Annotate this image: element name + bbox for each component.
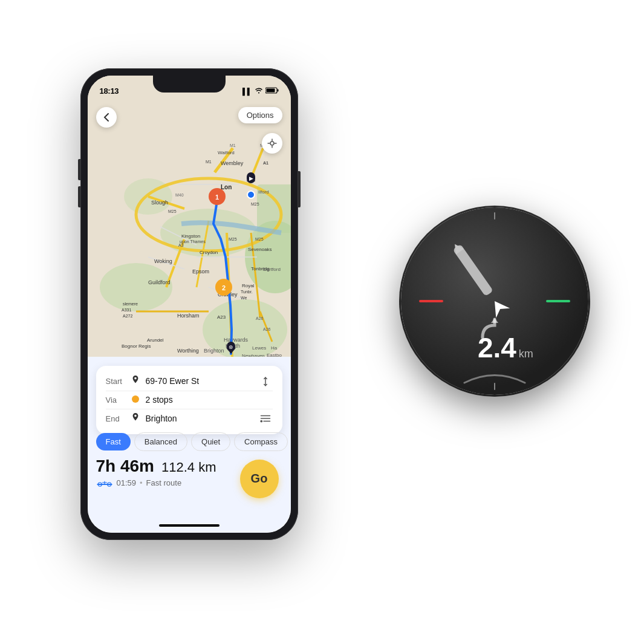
svg-text:M1: M1 xyxy=(230,143,236,148)
svg-text:A23: A23 xyxy=(217,314,226,320)
start-value: 69-70 Ewer St xyxy=(146,376,200,386)
svg-rect-1 xyxy=(277,89,278,92)
svg-text:Dartford: Dartford xyxy=(263,267,281,272)
svg-rect-2 xyxy=(266,89,275,93)
svg-text:Tunbr.: Tunbr. xyxy=(241,290,253,294)
svg-text:⊗: ⊗ xyxy=(229,344,233,350)
svg-text:A3: A3 xyxy=(178,243,184,247)
status-time: 18:13 xyxy=(100,86,119,96)
svg-point-77 xyxy=(247,191,255,198)
notch xyxy=(153,76,226,93)
divider-1 xyxy=(106,391,273,391)
map-area: M40 M1 M11 A1 M1 M25 M25 M25 M25 A3 Wemb… xyxy=(88,76,291,372)
svg-text:A331: A331 xyxy=(122,308,131,312)
route-time: 7h 46m xyxy=(96,457,155,476)
tab-fast[interactable]: Fast xyxy=(96,433,131,450)
via-value: 2 stops xyxy=(146,395,173,405)
svg-text:Ha: Ha xyxy=(271,345,278,351)
route-end-row: End Brighton xyxy=(106,411,273,427)
svg-text:A26: A26 xyxy=(263,327,271,331)
via-label: Via xyxy=(106,395,129,405)
svg-text:▶: ▶ xyxy=(249,175,253,181)
svg-text:Epsom: Epsom xyxy=(192,268,209,275)
svg-text:Lon: Lon xyxy=(221,184,232,190)
map-back-button[interactable] xyxy=(96,107,117,128)
svg-point-81 xyxy=(270,141,274,145)
route-distance: 112.4 km xyxy=(161,460,216,475)
distance-display: 2.4 km xyxy=(478,334,533,362)
go-button[interactable]: Go xyxy=(240,460,279,498)
tab-compass[interactable]: Compass xyxy=(234,432,288,451)
route-sub-time: 01:59 xyxy=(117,478,137,487)
svg-text:A1: A1 xyxy=(263,161,268,165)
svg-text:M25: M25 xyxy=(251,202,259,206)
route-start-row: Start 69-70 Ewer St xyxy=(106,373,273,389)
svg-text:Kingston: Kingston xyxy=(181,233,200,239)
signal-icon: ▌▌ xyxy=(242,88,252,95)
svg-text:Worthing: Worthing xyxy=(177,348,199,354)
phone-screen: 18:13 ▌▌ xyxy=(88,76,291,533)
svg-point-86 xyxy=(132,395,139,403)
svg-point-96 xyxy=(108,484,109,485)
svg-text:Horsham: Horsham xyxy=(177,313,200,319)
route-via-row: Via 2 stops xyxy=(106,392,273,408)
svg-marker-102 xyxy=(491,318,498,323)
svg-text:Wembley: Wembley xyxy=(221,160,244,166)
route-tabs: Fast Balanced Quiet Compass xyxy=(96,432,282,451)
tab-balanced[interactable]: Balanced xyxy=(134,432,187,451)
svg-text:We: We xyxy=(241,296,247,300)
svg-text:Watford: Watford xyxy=(218,150,235,155)
compass-widget: 2.4 km xyxy=(401,207,588,395)
divider-2 xyxy=(106,409,273,409)
distance-unit: km xyxy=(519,348,533,360)
svg-text:A26: A26 xyxy=(256,316,264,320)
map-options-button[interactable]: Options xyxy=(238,107,282,123)
battery-icon xyxy=(265,87,279,95)
end-label: End xyxy=(106,414,129,423)
svg-text:upon Thames: upon Thames xyxy=(180,239,206,244)
tab-quiet[interactable]: Quiet xyxy=(191,432,230,451)
svg-text:2: 2 xyxy=(221,284,225,291)
bullet: • xyxy=(140,478,143,487)
svg-text:slemere: slemere xyxy=(123,302,138,306)
svg-text:M25: M25 xyxy=(229,237,237,241)
svg-point-94 xyxy=(99,484,100,485)
svg-text:M1: M1 xyxy=(206,160,212,164)
svg-text:Lewes: Lewes xyxy=(252,345,266,351)
svg-text:Royal: Royal xyxy=(242,283,255,288)
end-value: Brighton xyxy=(146,414,177,423)
home-indicator[interactable] xyxy=(159,524,220,527)
svg-text:Slough: Slough xyxy=(151,200,168,206)
route-sort-button[interactable] xyxy=(256,372,275,391)
svg-marker-101 xyxy=(487,296,510,317)
end-icon xyxy=(129,413,142,424)
phone-shell: 18:13 ▌▌ xyxy=(80,68,298,540)
volume-down-button[interactable] xyxy=(78,186,80,207)
svg-text:Brighton: Brighton xyxy=(204,348,224,354)
svg-text:Ilford: Ilford xyxy=(258,189,269,195)
power-button[interactable] xyxy=(298,171,301,207)
compass-inner: 2.4 km xyxy=(401,207,588,395)
map-location-button[interactable] xyxy=(262,133,282,154)
route-menu-button[interactable] xyxy=(256,409,275,428)
status-icons: ▌▌ xyxy=(242,87,279,95)
svg-text:Bognor Regis: Bognor Regis xyxy=(122,343,151,349)
svg-text:Guildford: Guildford xyxy=(148,279,171,285)
svg-text:Woking: Woking xyxy=(154,258,172,264)
svg-text:Arundel: Arundel xyxy=(147,337,164,343)
route-type-label: Fast route xyxy=(146,478,182,487)
wifi-icon xyxy=(255,87,263,95)
svg-text:1: 1 xyxy=(215,194,218,201)
svg-text:Haywards: Haywards xyxy=(224,337,249,343)
svg-text:M25: M25 xyxy=(168,209,177,213)
route-info-panel: Start 69-70 Ewer St Via xyxy=(96,366,282,434)
start-label: Start xyxy=(106,377,129,386)
start-icon xyxy=(129,376,142,387)
via-icon xyxy=(129,395,142,405)
svg-text:Sevenoaks: Sevenoaks xyxy=(248,247,272,252)
svg-text:A272: A272 xyxy=(123,314,132,318)
svg-text:Croydon: Croydon xyxy=(200,250,218,255)
svg-point-91 xyxy=(260,420,262,422)
distance-number: 2.4 xyxy=(478,334,516,362)
volume-up-button[interactable] xyxy=(78,159,80,180)
